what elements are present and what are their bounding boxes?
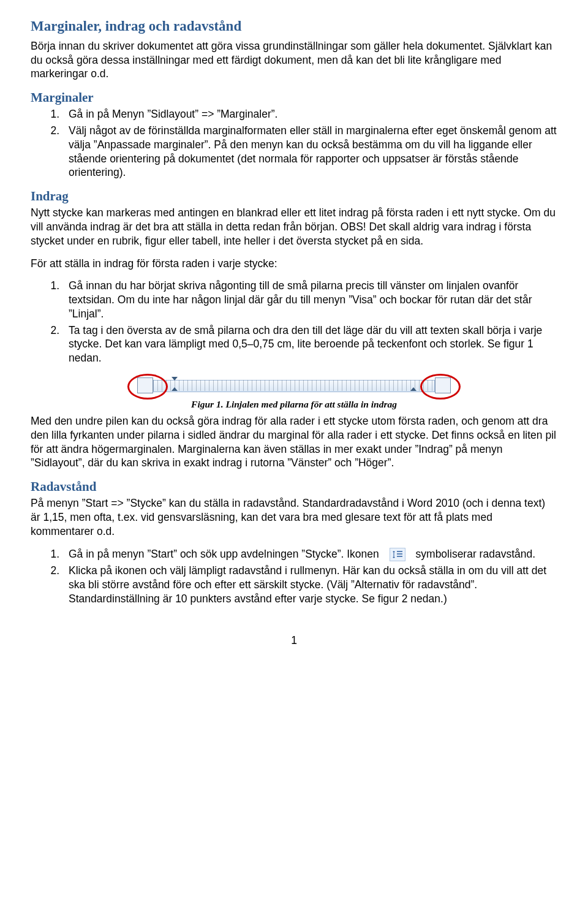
annotation-circle-icon (420, 374, 461, 400)
list-item-text-post: symboliserar radavstånd. (416, 548, 536, 560)
list-item: Gå innan du har börjat skriva någonting … (62, 279, 557, 320)
page-number: 1 (31, 634, 557, 648)
indrag-list: Gå innan du har börjat skriva någonting … (31, 279, 557, 365)
section-heading-indrag: Indrag (31, 188, 557, 205)
list-item: Välj något av de förinställda marginalfo… (62, 124, 557, 180)
list-item: Klicka på ikonen och välj lämpligt radav… (62, 564, 557, 605)
indrag-paragraph-2: För att ställa in indrag för första rade… (31, 257, 557, 271)
marginaler-list: Gå in på Menyn ”Sidlayout” => ”Marginale… (31, 107, 557, 180)
figure-1: Figur 1. Linjalen med pilarna för att st… (31, 374, 557, 411)
section-heading-radavstand: Radavstånd (31, 479, 557, 495)
list-item: Gå in på Menyn ”Sidlayout” => ”Marginale… (62, 107, 557, 121)
intro-paragraph: Börja innan du skriver dokumentet att gö… (31, 39, 557, 81)
indrag-paragraph-3: Med den undre pilen kan du också göra in… (31, 414, 557, 470)
section-heading-marginaler: Marginaler (31, 89, 557, 106)
annotation-circle-icon (127, 374, 168, 400)
figure-caption: Figur 1. Linjalen med pilarna för att st… (31, 398, 557, 411)
line-spacing-icon (390, 548, 405, 561)
list-item-text-pre: Gå in på menyn ”Start” och sök upp avdel… (69, 548, 379, 560)
ruler-image (135, 374, 453, 396)
indrag-paragraph-1: Nytt stycke kan markeras med antingen en… (31, 206, 557, 248)
page-title: Marginaler, indrag och radavstånd (31, 17, 557, 36)
list-item: Gå in på menyn ”Start” och sök upp avdel… (62, 547, 557, 561)
radavstand-paragraph-1: På menyn ”Start => ”Stycke” kan du ställ… (31, 496, 557, 538)
radavstand-list: Gå in på menyn ”Start” och sök upp avdel… (31, 547, 557, 606)
list-item: Ta tag i den översta av de små pilarna o… (62, 324, 557, 365)
